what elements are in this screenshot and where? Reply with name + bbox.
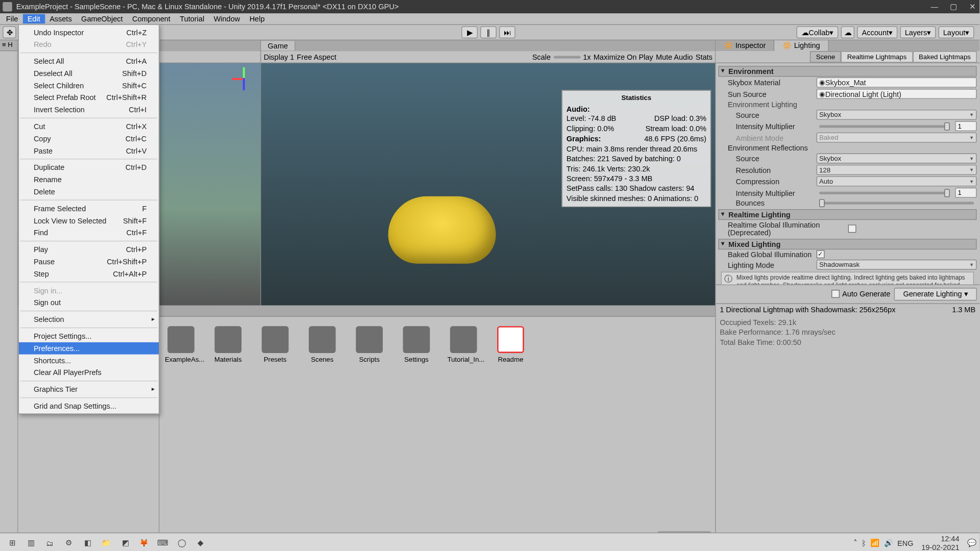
unity-taskbar-icon[interactable]: ◆: [191, 535, 210, 551]
account-dropdown[interactable]: Account ▾: [857, 26, 897, 38]
task-view-button[interactable]: ▥: [21, 535, 40, 551]
menu-item-step[interactable]: StepCtrl+Alt+P: [19, 268, 159, 280]
bounces-slider pad[interactable]: [819, 202, 974, 204]
subtab-baked-lightmaps[interactable]: Baked Lightmaps: [913, 51, 977, 62]
sun-source-field[interactable]: ◉ Directional Light (Light): [817, 89, 977, 99]
asset-scripts[interactable]: Scripts: [353, 326, 385, 363]
step-button[interactable]: ⏭: [499, 26, 516, 38]
bluetooth-icon[interactable]: ᛒ: [862, 539, 866, 547]
maximize-on-play-toggle[interactable]: Maximize On Play: [594, 53, 653, 61]
intensity-slider[interactable]: [819, 124, 950, 127]
layers-dropdown[interactable]: Layers ▾: [900, 26, 936, 38]
baked-gi-checkbox[interactable]: ✓: [817, 250, 825, 258]
collab-dropdown[interactable]: ☁ Collab ▾: [797, 26, 839, 38]
display-dropdown[interactable]: Display 1: [264, 53, 295, 61]
asset-exampleas-[interactable]: ExampleAs...: [165, 326, 197, 363]
tray-chevron-icon[interactable]: ˄: [853, 539, 857, 547]
menu-item-project-settings-[interactable]: Project Settings...: [19, 330, 159, 342]
scale-slider[interactable]: [553, 56, 580, 58]
menu-file[interactable]: File: [2, 14, 23, 23]
game-tab[interactable]: Game: [261, 41, 295, 50]
realtime-gi-checkbox[interactable]: [848, 224, 856, 233]
generate-lighting-button[interactable]: Generate Lighting ▾: [894, 287, 976, 300]
menu-assets[interactable]: Assets: [45, 14, 77, 23]
hierarchy-tab[interactable]: ≡ H: [0, 40, 17, 51]
wifi-icon[interactable]: 📶: [870, 539, 879, 547]
menu-item-cut[interactable]: CutCtrl+X: [19, 120, 159, 133]
env-light-source-dropdown[interactable]: Skybox: [817, 110, 977, 120]
menu-item-clear-all-playerprefs[interactable]: Clear All PlayerPrefs: [19, 366, 159, 379]
folder-icon[interactable]: 📁: [97, 535, 116, 551]
lighting-subtabs[interactable]: SceneRealtime LightmapsBaked Lightmaps: [716, 51, 979, 63]
menu-item-find[interactable]: FindCtrl+F: [19, 227, 159, 239]
language-indicator[interactable]: ENG: [897, 539, 913, 547]
menu-item-shortcuts-[interactable]: Shortcuts...: [19, 355, 159, 367]
asset-presets[interactable]: Presets: [259, 326, 291, 363]
menu-item-copy[interactable]: CopyCtrl+C: [19, 133, 159, 145]
asset-tutorial-in-[interactable]: Tutorial_In...: [447, 326, 479, 363]
menubar[interactable]: FileEditAssetsGameObjectComponentTutoria…: [0, 13, 979, 24]
notifications-icon[interactable]: 💬: [967, 539, 976, 547]
stats-toggle[interactable]: Stats: [696, 53, 713, 61]
menu-item-grid-and-snap-settings-[interactable]: Grid and Snap Settings...: [19, 400, 159, 412]
asset-readme[interactable]: Readme: [495, 326, 527, 363]
app-icon[interactable]: ◧: [78, 535, 97, 551]
menu-component[interactable]: Component: [128, 14, 175, 23]
minimize-button[interactable]: —: [929, 3, 939, 11]
refl-source-dropdown[interactable]: Skybox: [817, 154, 977, 164]
clock[interactable]: 12:4419-02-2021: [917, 535, 963, 551]
menu-item-select-prefab-root[interactable]: Select Prefab RootCtrl+Shift+R: [19, 91, 159, 104]
menu-item-pause[interactable]: PauseCtrl+Shift+P: [19, 256, 159, 268]
menu-item-lock-view-to-selected[interactable]: Lock View to SelectedShift+F: [19, 214, 159, 227]
menu-item-play[interactable]: PlayCtrl+P: [19, 243, 159, 256]
menu-item-select-children[interactable]: Select ChildrenShift+C: [19, 80, 159, 92]
menu-tutorial[interactable]: Tutorial: [175, 14, 209, 23]
hierarchy-panel[interactable]: ≡ H: [0, 40, 18, 538]
menu-item-deselect-all[interactable]: Deselect AllShift+D: [19, 67, 159, 80]
game-viewport[interactable]: Statistics Audio: Level: -74.8 dBDSP loa…: [261, 63, 715, 305]
services-button[interactable]: ☁: [841, 26, 854, 38]
tab-inspector[interactable]: 🔆 Inspector: [716, 40, 774, 51]
menu-item-selection[interactable]: Selection: [19, 313, 159, 325]
menu-item-paste[interactable]: PasteCtrl+V: [19, 144, 159, 157]
menu-help[interactable]: Help: [244, 14, 269, 23]
menu-item-undo-inspector[interactable]: Undo InspectorCtrl+Z: [19, 26, 159, 38]
mixed-lighting-header[interactable]: Mixed Lighting: [719, 239, 977, 249]
auto-generate-checkbox[interactable]: Auto Generate: [831, 287, 890, 300]
refl-compression-dropdown[interactable]: Auto: [817, 176, 977, 186]
explorer-icon[interactable]: 🗂: [40, 535, 59, 551]
menu-item-delete[interactable]: Delete: [19, 186, 159, 198]
mute-audio-toggle[interactable]: Mute Audio: [656, 53, 693, 61]
edit-menu[interactable]: Undo InspectorCtrl+ZRedoCtrl+YSelect All…: [18, 24, 160, 414]
subtab-realtime-lightmaps[interactable]: Realtime Lightmaps: [841, 51, 913, 62]
asset-materials[interactable]: Materials: [212, 326, 244, 363]
menu-item-duplicate[interactable]: DuplicateCtrl+D: [19, 161, 159, 173]
menu-item-rename[interactable]: Rename: [19, 173, 159, 186]
start-button[interactable]: ⊞: [3, 535, 21, 551]
menu-item-graphics-tier[interactable]: Graphics Tier: [19, 383, 159, 395]
layout-dropdown[interactable]: Layout ▾: [939, 26, 974, 38]
maximize-button[interactable]: ▢: [948, 3, 958, 11]
pause-button[interactable]: ∥: [480, 26, 497, 38]
play-button[interactable]: ▶: [461, 26, 478, 38]
menu-item-select-all[interactable]: Select AllCtrl+A: [19, 55, 159, 67]
menu-item-preferences-[interactable]: Preferences...: [19, 342, 159, 355]
hand-tool-button[interactable]: ✥: [3, 26, 16, 38]
settings-icon[interactable]: ⚙: [59, 535, 78, 551]
volume-icon[interactable]: 🔊: [884, 539, 893, 547]
environment-header[interactable]: Environment: [719, 66, 977, 77]
refl-resolution-dropdown[interactable]: 128: [817, 165, 977, 175]
realtime-lighting-header[interactable]: Realtime Lighting: [719, 209, 977, 220]
asset-settings[interactable]: Settings: [400, 326, 432, 363]
intensity-value[interactable]: [955, 121, 977, 131]
refl-intensity-value[interactable]: [955, 188, 977, 198]
close-button[interactable]: ✕: [967, 3, 976, 11]
aspect-dropdown[interactable]: Free Aspect: [297, 53, 336, 61]
inspector-tabs[interactable]: 🔆 Inspector🔆 Lighting: [716, 40, 979, 51]
menu-edit[interactable]: Edit: [22, 14, 44, 23]
refl-intensity-slider[interactable]: [819, 191, 950, 194]
scene-gizmo[interactable]: [232, 67, 256, 91]
tab-lighting[interactable]: 🔆 Lighting: [774, 40, 828, 51]
menu-item-frame-selected[interactable]: Frame SelectedF: [19, 203, 159, 215]
lighting-mode-dropdown[interactable]: Shadowmask: [817, 260, 977, 270]
